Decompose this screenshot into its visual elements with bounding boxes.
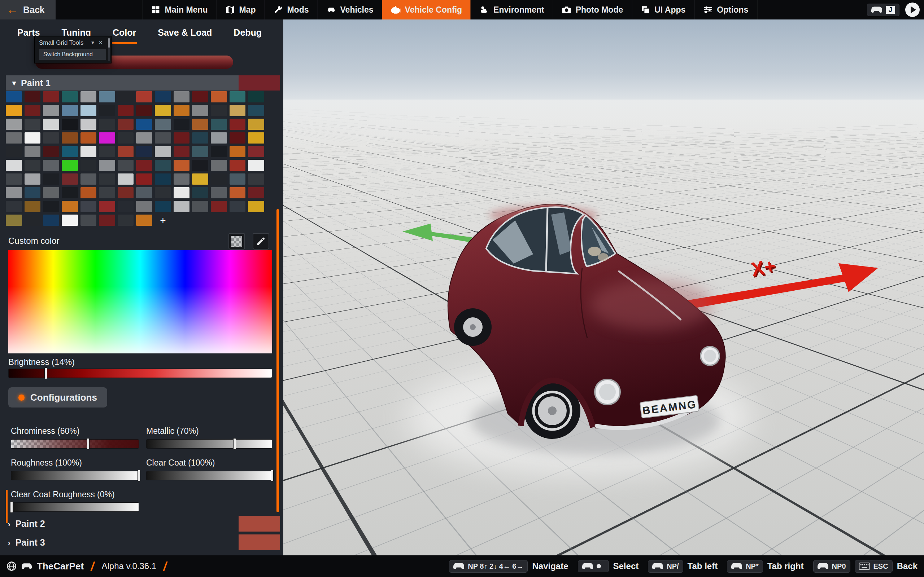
palette-swatch[interactable] <box>24 119 41 130</box>
palette-swatch[interactable] <box>174 187 190 198</box>
palette-swatch[interactable] <box>155 105 171 116</box>
palette-swatch[interactable] <box>192 160 208 171</box>
palette-swatch[interactable] <box>248 174 264 185</box>
palette-swatch[interactable] <box>155 201 171 212</box>
palette-swatch[interactable] <box>81 119 97 130</box>
palette-swatch[interactable] <box>99 119 115 130</box>
palette-swatch[interactable] <box>229 146 246 157</box>
menu-item-map[interactable]: Map <box>216 0 264 19</box>
palette-swatch[interactable] <box>24 174 41 185</box>
palette-swatch[interactable] <box>81 160 97 171</box>
palette-swatch[interactable] <box>136 91 152 102</box>
palette-swatch[interactable] <box>118 201 134 212</box>
palette-swatch[interactable] <box>229 187 246 198</box>
switch-background-item[interactable]: Switch Background <box>39 49 106 60</box>
palette-swatch[interactable] <box>248 187 264 198</box>
palette-swatch[interactable] <box>62 201 78 212</box>
palette-swatch[interactable] <box>62 187 78 198</box>
palette-swatch[interactable] <box>62 132 78 143</box>
palette-swatch[interactable] <box>118 132 134 143</box>
close-icon[interactable]: × <box>99 39 102 47</box>
palette-swatch[interactable] <box>211 119 227 130</box>
palette-swatch[interactable] <box>136 132 152 143</box>
palette-swatch[interactable] <box>62 214 78 226</box>
paint1-section-header[interactable]: ▾ Paint 1 <box>6 76 239 90</box>
palette-swatch[interactable] <box>192 91 208 102</box>
palette-swatch[interactable] <box>211 174 227 185</box>
alpha-checker-button[interactable] <box>228 233 245 250</box>
palette-swatch[interactable] <box>99 214 115 226</box>
tab-save-load[interactable]: Save & Load <box>157 25 213 44</box>
custom-color-picker[interactable] <box>8 250 272 353</box>
palette-swatch[interactable] <box>6 201 22 212</box>
play-button[interactable] <box>905 3 920 17</box>
palette-swatch[interactable] <box>62 91 78 102</box>
palette-swatch[interactable] <box>24 146 41 157</box>
palette-swatch[interactable] <box>136 214 152 226</box>
palette-swatch[interactable] <box>81 105 97 116</box>
palette-swatch[interactable] <box>192 119 208 130</box>
palette-swatch[interactable] <box>155 174 171 185</box>
palette-swatch[interactable] <box>229 160 246 171</box>
palette-swatch[interactable] <box>192 174 208 185</box>
clear-coat-roughness-slider[interactable] <box>11 502 139 512</box>
palette-swatch[interactable] <box>211 160 227 171</box>
dropdown-icon[interactable]: ▼ <box>90 40 95 45</box>
menu-item-options[interactable]: Options <box>694 0 757 19</box>
palette-swatch[interactable] <box>6 91 22 102</box>
palette-swatch[interactable] <box>248 201 264 212</box>
palette-swatch[interactable] <box>24 160 41 171</box>
palette-swatch[interactable] <box>229 105 246 116</box>
edit-color-button[interactable] <box>253 233 269 250</box>
panel-scrollbar[interactable] <box>276 209 279 512</box>
paint3-section-header[interactable]: › Paint 3 <box>8 537 45 548</box>
palette-swatch[interactable] <box>24 105 41 116</box>
palette-swatch[interactable] <box>6 160 22 171</box>
palette-swatch[interactable] <box>6 174 22 185</box>
palette-swatch[interactable] <box>6 105 22 116</box>
palette-swatch[interactable] <box>99 174 115 185</box>
palette-swatch[interactable] <box>43 91 59 102</box>
palette-swatch[interactable] <box>6 132 22 143</box>
palette-swatch[interactable] <box>229 119 246 130</box>
palette-swatch[interactable] <box>99 201 115 212</box>
palette-swatch[interactable] <box>155 160 171 171</box>
brightness-handle[interactable] <box>44 367 47 379</box>
palette-swatch[interactable] <box>118 105 134 116</box>
palette-swatch[interactable] <box>136 174 152 185</box>
palette-swatch[interactable] <box>174 201 190 212</box>
menu-item-mods[interactable]: Mods <box>264 0 317 19</box>
menu-item-photo-mode[interactable]: Photo Mode <box>553 0 632 19</box>
palette-swatch[interactable] <box>24 91 41 102</box>
3d-viewport[interactable]: X+ X+ <box>283 19 924 555</box>
palette-swatch[interactable] <box>24 214 41 226</box>
palette-swatch[interactable] <box>192 105 208 116</box>
menu-item-main-menu[interactable]: Main Menu <box>142 0 216 19</box>
palette-swatch[interactable] <box>43 187 59 198</box>
palette-swatch[interactable] <box>81 174 97 185</box>
palette-swatch[interactable] <box>24 201 41 212</box>
palette-swatch[interactable] <box>174 105 190 116</box>
chrominess-slider[interactable] <box>11 439 139 449</box>
palette-swatch[interactable] <box>174 119 190 130</box>
palette-swatch[interactable] <box>43 105 59 116</box>
palette-swatch[interactable] <box>192 187 208 198</box>
palette-swatch[interactable] <box>211 105 227 116</box>
palette-swatch[interactable] <box>192 201 208 212</box>
palette-swatch[interactable] <box>62 119 78 130</box>
palette-swatch[interactable] <box>136 146 152 157</box>
popup-scrollbar[interactable] <box>108 38 110 61</box>
back-button[interactable]: ← Back <box>0 0 56 19</box>
palette-swatch[interactable] <box>81 146 97 157</box>
palette-swatch[interactable] <box>248 105 264 116</box>
palette-swatch[interactable] <box>6 214 22 226</box>
palette-swatch[interactable] <box>81 214 97 226</box>
palette-swatch[interactable] <box>211 91 227 102</box>
palette-swatch[interactable] <box>24 132 41 143</box>
palette-swatch[interactable] <box>248 119 264 130</box>
palette-swatch[interactable] <box>136 119 152 130</box>
paint1-color-swatch[interactable] <box>239 76 280 90</box>
palette-swatch[interactable] <box>155 119 171 130</box>
palette-swatch[interactable] <box>43 160 59 171</box>
palette-swatch[interactable] <box>6 187 22 198</box>
